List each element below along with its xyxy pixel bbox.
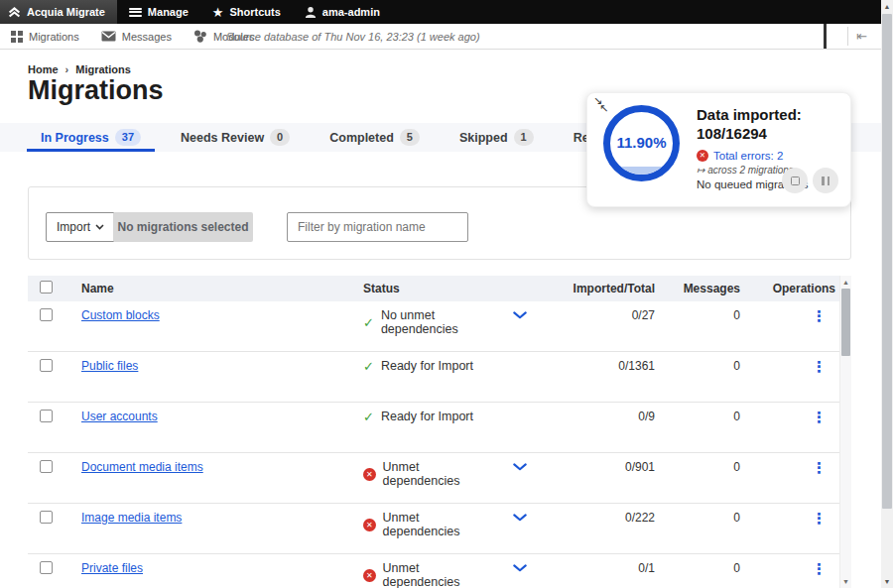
- messages-count: 0: [663, 410, 748, 423]
- row-checkbox[interactable]: [40, 359, 53, 372]
- tab-in-progress[interactable]: In Progress 37: [27, 123, 155, 152]
- tab-count-badge: 1: [514, 129, 534, 146]
- error-icon: ✕: [697, 150, 708, 162]
- operations-menu-icon[interactable]: ⋮: [812, 459, 827, 476]
- operations-menu-icon[interactable]: ⋮: [812, 560, 827, 577]
- messages-count: 0: [663, 308, 748, 322]
- scroll-up-icon[interactable]: ▲: [881, 3, 893, 10]
- scroll-down-icon[interactable]: ▼: [881, 578, 893, 585]
- tab-needs-review[interactable]: Needs Review 0: [167, 123, 304, 152]
- imported-total-value: 0/1: [544, 561, 663, 575]
- page-title: Migrations: [28, 75, 164, 106]
- row-checkbox[interactable]: [40, 561, 53, 574]
- topbar-user[interactable]: ama-admin: [293, 0, 392, 24]
- chevron-down-icon: [95, 224, 104, 230]
- migration-link[interactable]: Public files: [81, 359, 138, 373]
- modules-icon: [193, 30, 207, 43]
- table-header-row: Name Status Imported/Total Messages Oper…: [28, 276, 839, 301]
- header-status: Status: [355, 282, 496, 295]
- across-arrow-icon: ↦: [697, 165, 704, 176]
- topbar-shortcuts[interactable]: ★ Shortcuts: [200, 0, 293, 24]
- data-imported-value: 108/16294: [697, 124, 845, 143]
- total-errors-link[interactable]: Total errors: 2: [713, 150, 783, 162]
- toolbar-messages[interactable]: Messages: [90, 31, 183, 43]
- breadcrumb-current: Migrations: [75, 63, 131, 75]
- success-check-icon: ✓: [363, 360, 374, 373]
- row-checkbox[interactable]: [40, 511, 53, 524]
- stop-import-button[interactable]: [782, 168, 808, 193]
- table-row-custom-blocks: Custom blocks ✓ No unmet dependencies 0/…: [28, 301, 839, 352]
- migration-link[interactable]: User accounts: [81, 410, 158, 423]
- import-label: Import: [57, 220, 90, 234]
- admin-topbar: Acquia Migrate Manage ★ Shortcuts ama-ad…: [0, 0, 881, 24]
- tab-count-badge: 5: [400, 129, 420, 146]
- migration-link[interactable]: Private files: [81, 561, 143, 575]
- status-text: No unmet dependencies: [381, 308, 496, 336]
- tab-count-badge: 37: [115, 129, 141, 146]
- header-imported-total: Imported/Total: [544, 282, 663, 295]
- breadcrumb-home[interactable]: Home: [28, 63, 59, 75]
- migration-link[interactable]: Document media items: [81, 460, 203, 474]
- page-scrollbar[interactable]: ▲ ▼: [881, 0, 893, 588]
- table-scrollbar[interactable]: ▲ ▼: [839, 276, 851, 588]
- imported-total-value: 0/1361: [544, 359, 663, 373]
- imported-total-value: 0/9: [544, 410, 663, 423]
- header-messages: Messages: [663, 282, 748, 295]
- page-scrollbar-thumb[interactable]: [882, 14, 892, 509]
- progress-ring: 11.90%: [603, 105, 680, 181]
- row-checkbox[interactable]: [40, 308, 53, 321]
- brand-label: Acquia Migrate: [27, 6, 105, 18]
- migration-filter-input[interactable]: [287, 212, 468, 242]
- module-toolbar: Migrations Messages Modules Source datab…: [0, 24, 881, 50]
- status-text: Unmet dependencies: [383, 511, 496, 538]
- user-icon: [305, 6, 317, 19]
- topbar-brand-acquia-migrate[interactable]: Acquia Migrate: [0, 0, 117, 24]
- topbar-manage[interactable]: Manage: [117, 0, 200, 24]
- operations-menu-icon[interactable]: ⋮: [812, 510, 827, 527]
- messages-count: 0: [663, 359, 748, 373]
- table-row-public-files: Public files ✓ Ready for Import 0/1361 0…: [28, 352, 839, 403]
- data-imported-label: Data imported:: [697, 105, 845, 124]
- select-all-checkbox[interactable]: [40, 281, 53, 294]
- tab-skipped[interactable]: Skipped 1: [446, 123, 548, 152]
- collapse-left-icon: ⇤: [856, 29, 867, 44]
- tab-count-badge: 0: [270, 129, 290, 146]
- toolbar-collapse[interactable]: ⇤: [847, 27, 867, 46]
- chevron-down-icon[interactable]: [513, 514, 527, 522]
- operations-menu-icon[interactable]: ⋮: [812, 358, 827, 375]
- error-icon: ✕: [363, 519, 376, 531]
- table-scrollbar-thumb[interactable]: [841, 289, 850, 356]
- messages-count: 0: [663, 561, 748, 575]
- error-icon: ✕: [363, 468, 376, 481]
- selection-status-button: No migrations selected: [113, 212, 253, 242]
- toolbar-migrations[interactable]: Migrations: [0, 31, 90, 43]
- imported-total-value: 0/27: [544, 308, 663, 322]
- tab-completed[interactable]: Completed 5: [316, 123, 434, 152]
- row-checkbox[interactable]: [40, 460, 53, 473]
- chevron-down-icon[interactable]: [513, 564, 527, 572]
- tab-label: Completed: [329, 131, 394, 145]
- row-checkbox[interactable]: [40, 410, 53, 422]
- tab-label: Needs Review: [181, 131, 264, 145]
- chevron-down-icon[interactable]: [513, 463, 527, 471]
- scroll-down-icon[interactable]: ▼: [840, 578, 851, 585]
- operations-menu-icon[interactable]: ⋮: [812, 409, 827, 425]
- status-text: Ready for Import: [381, 359, 473, 373]
- stop-icon: [791, 176, 800, 185]
- breadcrumb: Home›Migrations: [28, 63, 131, 75]
- pause-icon: [822, 176, 829, 185]
- import-dropdown-button[interactable]: Import: [46, 212, 115, 242]
- resize-nw-icon[interactable]: ↖: [599, 102, 608, 115]
- table-row-document-media-items: Document media items ✕ Unmet dependencie…: [28, 453, 839, 504]
- messages-count: 0: [663, 460, 748, 474]
- status-text: Ready for Import: [381, 410, 473, 423]
- scroll-up-icon[interactable]: ▲: [840, 279, 851, 286]
- migration-link[interactable]: Custom blocks: [81, 308, 160, 322]
- acquia-logo-icon: [8, 6, 21, 19]
- migration-link[interactable]: Image media items: [81, 511, 182, 525]
- operations-menu-icon[interactable]: ⋮: [812, 307, 827, 324]
- user-label: ama-admin: [322, 6, 380, 18]
- chevron-down-icon[interactable]: [513, 311, 527, 319]
- pause-import-button[interactable]: [813, 168, 838, 193]
- status-text: Unmet dependencies: [383, 561, 496, 588]
